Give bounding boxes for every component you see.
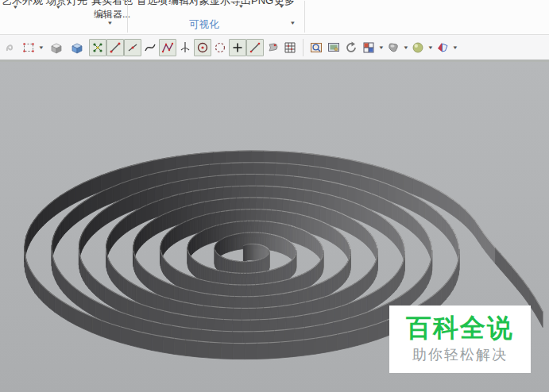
datum-axis-icon[interactable] <box>176 39 194 56</box>
line-endpoints-icon[interactable] <box>106 39 124 56</box>
face-blend-icon[interactable] <box>264 39 281 56</box>
watermark-badge: 百科全说 助你轻松解决 <box>389 306 531 373</box>
ribbon-item-edit-object-display[interactable]: 编辑对象显示 <box>168 0 230 6</box>
dropdown-caret-icon[interactable] <box>14 5 21 11</box>
point-icon[interactable] <box>229 39 246 56</box>
point-set-icon[interactable] <box>89 39 106 56</box>
window-layout-icon[interactable] <box>360 39 377 56</box>
spline-icon[interactable] <box>141 39 159 56</box>
dropdown-caret-icon[interactable] <box>239 4 247 10</box>
dropdown-caret-icon[interactable] <box>377 40 385 55</box>
ribbon-visualization-group: 艺术外观 场景灯光 真实着色 编辑器... 首选项 编辑对象显示 导出PNG 更… <box>0 0 549 35</box>
dropdown-caret-icon[interactable] <box>451 40 458 55</box>
dropdown-caret-icon[interactable] <box>280 4 288 10</box>
dropdown-caret-icon[interactable] <box>56 5 64 11</box>
snap-hook-icon[interactable] <box>2 39 20 56</box>
ribbon-item-export-png[interactable]: 导出PNG <box>230 0 273 6</box>
watermark-title: 百科全说 <box>406 314 514 341</box>
ribbon-item-preferences[interactable]: 首选项 <box>137 0 168 6</box>
block-icon[interactable] <box>68 39 86 56</box>
studio-spline-icon[interactable] <box>159 39 176 56</box>
refresh-icon[interactable] <box>342 39 360 56</box>
dropdown-caret-icon[interactable] <box>402 40 409 55</box>
zoom-window-icon[interactable] <box>307 39 325 56</box>
graphics-viewport[interactable]: 百科全说 助你轻松解决 <box>0 62 549 392</box>
watermark-subtitle: 助你轻松解决 <box>412 345 508 364</box>
dropdown-caret-icon[interactable] <box>427 40 434 55</box>
dropdown-caret-icon[interactable] <box>108 21 116 27</box>
ribbon-group-label-visualization: 可视化 <box>189 18 219 32</box>
ribbon-item-true-shading-line2[interactable]: 编辑器... <box>94 8 130 21</box>
dashed-circle-icon[interactable] <box>211 39 229 56</box>
ribbon-separator <box>304 1 305 33</box>
top-border-toolbar <box>0 35 549 62</box>
rectangle-select-icon[interactable] <box>20 39 37 56</box>
cad-application-window: 艺术外观 场景灯光 真实着色 编辑器... 首选项 编辑对象显示 导出PNG 更… <box>0 0 549 392</box>
line-midpoint-icon[interactable] <box>124 39 141 56</box>
grid-surface-icon[interactable] <box>281 39 299 56</box>
fit-view-icon[interactable] <box>325 39 342 56</box>
visual-effects-icon[interactable] <box>434 39 451 56</box>
ribbon-separator <box>127 1 128 33</box>
dropdown-caret-icon[interactable] <box>37 40 44 55</box>
group-dialog-caret-icon[interactable] <box>291 21 299 27</box>
circle-center-icon[interactable] <box>194 39 211 56</box>
material-sphere-icon[interactable] <box>409 39 427 56</box>
ribbon-item-scene-lights[interactable]: 场景灯光 <box>46 0 87 6</box>
shaded-solid-icon[interactable] <box>48 39 65 56</box>
toolbar-separator <box>303 39 303 56</box>
line-icon[interactable] <box>246 39 264 56</box>
render-style-icon[interactable] <box>385 39 402 56</box>
